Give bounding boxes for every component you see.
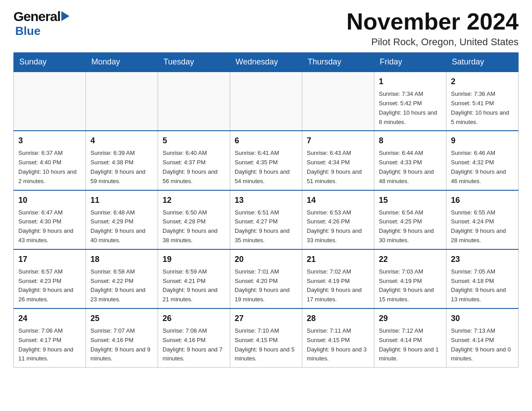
table-row: 4Sunrise: 6:39 AM Sunset: 4:38 PM Daylig… (86, 131, 158, 190)
day-number: 26 (163, 313, 225, 325)
day-info: Sunrise: 6:55 AM Sunset: 4:24 PM Dayligh… (451, 208, 514, 245)
calendar-header-row: Sunday Monday Tuesday Wednesday Thursday… (14, 53, 519, 72)
table-row: 1Sunrise: 7:34 AM Sunset: 5:42 PM Daylig… (374, 72, 446, 131)
day-number: 21 (307, 253, 369, 265)
title-section: November 2024 Pilot Rock, Oregon, United… (347, 9, 519, 48)
day-info: Sunrise: 7:05 AM Sunset: 4:18 PM Dayligh… (451, 267, 514, 304)
day-info: Sunrise: 6:59 AM Sunset: 4:21 PM Dayligh… (163, 267, 225, 304)
table-row: 18Sunrise: 6:58 AM Sunset: 4:22 PM Dayli… (86, 249, 158, 308)
calendar-week-row: 24Sunrise: 7:06 AM Sunset: 4:17 PM Dayli… (14, 308, 519, 368)
month-title: November 2024 (347, 9, 519, 34)
day-info: Sunrise: 6:50 AM Sunset: 4:28 PM Dayligh… (163, 208, 225, 245)
day-info: Sunrise: 7:34 AM Sunset: 5:42 PM Dayligh… (379, 90, 442, 127)
header-friday: Friday (374, 53, 446, 72)
day-info: Sunrise: 6:48 AM Sunset: 4:29 PM Dayligh… (90, 208, 153, 245)
day-info: Sunrise: 6:51 AM Sunset: 4:27 PM Dayligh… (235, 208, 297, 245)
day-number: 24 (18, 313, 81, 325)
day-number: 19 (163, 253, 225, 265)
day-number: 8 (379, 135, 442, 147)
day-number: 14 (307, 194, 369, 206)
day-number: 5 (163, 135, 225, 147)
calendar-week-row: 1Sunrise: 7:34 AM Sunset: 5:42 PM Daylig… (14, 72, 519, 131)
table-row: 22Sunrise: 7:03 AM Sunset: 4:19 PM Dayli… (374, 249, 446, 308)
day-info: Sunrise: 6:44 AM Sunset: 4:33 PM Dayligh… (379, 149, 442, 186)
day-info: Sunrise: 6:58 AM Sunset: 4:22 PM Dayligh… (90, 267, 153, 304)
day-number: 16 (451, 194, 514, 206)
day-info: Sunrise: 7:10 AM Sunset: 4:15 PM Dayligh… (235, 326, 297, 364)
day-info: Sunrise: 7:02 AM Sunset: 4:19 PM Dayligh… (307, 267, 369, 304)
day-info: Sunrise: 6:57 AM Sunset: 4:23 PM Dayligh… (18, 267, 81, 304)
day-number: 9 (451, 135, 514, 147)
table-row: 27Sunrise: 7:10 AM Sunset: 4:15 PM Dayli… (230, 308, 302, 368)
day-info: Sunrise: 7:11 AM Sunset: 4:15 PM Dayligh… (307, 326, 369, 364)
header-wednesday: Wednesday (230, 53, 302, 72)
logo-triangle-icon (61, 11, 69, 21)
table-row: 28Sunrise: 7:11 AM Sunset: 4:15 PM Dayli… (302, 308, 374, 368)
table-row (302, 72, 374, 131)
day-info: Sunrise: 6:53 AM Sunset: 4:26 PM Dayligh… (307, 208, 369, 245)
day-info: Sunrise: 6:41 AM Sunset: 4:35 PM Dayligh… (235, 149, 297, 186)
header-thursday: Thursday (302, 53, 374, 72)
table-row (14, 72, 86, 131)
table-row: 30Sunrise: 7:13 AM Sunset: 4:14 PM Dayli… (446, 308, 519, 368)
day-info: Sunrise: 6:39 AM Sunset: 4:38 PM Dayligh… (90, 149, 153, 186)
day-number: 18 (90, 253, 153, 265)
day-info: Sunrise: 7:13 AM Sunset: 4:14 PM Dayligh… (451, 326, 514, 364)
table-row: 23Sunrise: 7:05 AM Sunset: 4:18 PM Dayli… (446, 249, 519, 308)
day-number: 27 (235, 313, 297, 325)
day-info: Sunrise: 6:47 AM Sunset: 4:30 PM Dayligh… (18, 208, 81, 245)
header-tuesday: Tuesday (158, 53, 230, 72)
header-monday: Monday (86, 53, 158, 72)
logo: General Blue (13, 9, 69, 38)
day-number: 25 (90, 313, 153, 325)
table-row: 8Sunrise: 6:44 AM Sunset: 4:33 PM Daylig… (374, 131, 446, 190)
table-row: 15Sunrise: 6:54 AM Sunset: 4:25 PM Dayli… (374, 190, 446, 249)
day-info: Sunrise: 6:37 AM Sunset: 4:40 PM Dayligh… (18, 149, 81, 186)
calendar-week-row: 17Sunrise: 6:57 AM Sunset: 4:23 PM Dayli… (14, 249, 519, 308)
day-number: 12 (163, 194, 225, 206)
table-row: 14Sunrise: 6:53 AM Sunset: 4:26 PM Dayli… (302, 190, 374, 249)
day-info: Sunrise: 6:40 AM Sunset: 4:37 PM Dayligh… (163, 149, 225, 186)
table-row: 7Sunrise: 6:43 AM Sunset: 4:34 PM Daylig… (302, 131, 374, 190)
table-row: 5Sunrise: 6:40 AM Sunset: 4:37 PM Daylig… (158, 131, 230, 190)
table-row: 11Sunrise: 6:48 AM Sunset: 4:29 PM Dayli… (86, 190, 158, 249)
table-row: 24Sunrise: 7:06 AM Sunset: 4:17 PM Dayli… (14, 308, 86, 368)
table-row: 19Sunrise: 6:59 AM Sunset: 4:21 PM Dayli… (158, 249, 230, 308)
day-info: Sunrise: 6:43 AM Sunset: 4:34 PM Dayligh… (307, 149, 369, 186)
day-info: Sunrise: 7:12 AM Sunset: 4:14 PM Dayligh… (379, 326, 442, 364)
day-number: 6 (235, 135, 297, 147)
day-number: 7 (307, 135, 369, 147)
table-row: 10Sunrise: 6:47 AM Sunset: 4:30 PM Dayli… (14, 190, 86, 249)
day-info: Sunrise: 7:36 AM Sunset: 5:41 PM Dayligh… (451, 90, 514, 127)
day-number: 11 (90, 194, 153, 206)
table-row: 6Sunrise: 6:41 AM Sunset: 4:35 PM Daylig… (230, 131, 302, 190)
page-header: General Blue November 2024 Pilot Rock, O… (13, 9, 519, 48)
table-row: 3Sunrise: 6:37 AM Sunset: 4:40 PM Daylig… (14, 131, 86, 190)
day-number: 13 (235, 194, 297, 206)
table-row (230, 72, 302, 131)
table-row: 21Sunrise: 7:02 AM Sunset: 4:19 PM Dayli… (302, 249, 374, 308)
day-number: 1 (379, 76, 442, 88)
day-number: 29 (379, 313, 442, 325)
day-number: 28 (307, 313, 369, 325)
table-row: 20Sunrise: 7:01 AM Sunset: 4:20 PM Dayli… (230, 249, 302, 308)
day-info: Sunrise: 7:07 AM Sunset: 4:16 PM Dayligh… (90, 326, 153, 364)
table-row (86, 72, 158, 131)
table-row: 12Sunrise: 6:50 AM Sunset: 4:28 PM Dayli… (158, 190, 230, 249)
calendar-week-row: 10Sunrise: 6:47 AM Sunset: 4:30 PM Dayli… (14, 190, 519, 249)
table-row: 2Sunrise: 7:36 AM Sunset: 5:41 PM Daylig… (446, 72, 519, 131)
day-number: 20 (235, 253, 297, 265)
day-number: 22 (379, 253, 442, 265)
calendar-table: Sunday Monday Tuesday Wednesday Thursday… (13, 52, 519, 368)
table-row: 26Sunrise: 7:08 AM Sunset: 4:16 PM Dayli… (158, 308, 230, 368)
table-row: 17Sunrise: 6:57 AM Sunset: 4:23 PM Dayli… (14, 249, 86, 308)
day-number: 3 (18, 135, 81, 147)
day-number: 17 (18, 253, 81, 265)
day-number: 15 (379, 194, 442, 206)
table-row: 13Sunrise: 6:51 AM Sunset: 4:27 PM Dayli… (230, 190, 302, 249)
table-row: 9Sunrise: 6:46 AM Sunset: 4:32 PM Daylig… (446, 131, 519, 190)
day-number: 10 (18, 194, 81, 206)
day-number: 2 (451, 76, 514, 88)
day-number: 30 (451, 313, 514, 325)
header-saturday: Saturday (446, 53, 519, 72)
